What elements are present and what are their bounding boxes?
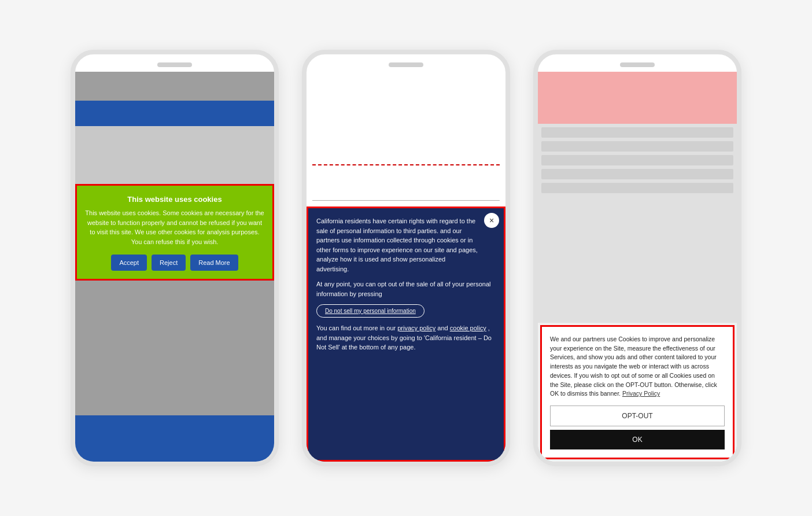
phone-3-gray-bars [538,124,737,323]
phone-1-bottom-gray [75,281,274,415]
phone-3-privacy-policy-link[interactable]: Privacy Policy [622,390,660,397]
phone-3-cookie-text: We and our partners use Cookies to impro… [550,335,725,399]
phone-3-speaker [620,62,655,67]
phone-2-text2-label: At any point, you can opt out of the sal… [316,281,490,297]
phone-3-pink-bar [538,72,737,124]
phone-1-content: This website uses cookies This website u… [75,72,274,462]
phone-3-cookie-banner: We and our partners use Cookies to impro… [540,325,735,459]
phone-3-ok-button[interactable]: OK [550,430,725,449]
phone-2-privacy-policy-link[interactable]: privacy policy [397,325,435,331]
phone-2-speaker [389,62,423,67]
phone-3-screen: We and our partners use Cookies to impro… [538,72,737,462]
phone-3-gray-line-2 [541,141,733,152]
phone-2: × California residents have certain righ… [302,50,510,466]
phone-2-cookie-text3: You can find out more in our privacy pol… [316,323,496,352]
phone-1-speaker [157,62,192,67]
phone-3-gray-line-3 [541,155,733,165]
phone-2-do-not-sell-button[interactable]: Do not sell my personal information [316,304,425,318]
phone-1-cookie-title: This website uses cookies [85,195,264,204]
phones-container: This website uses cookies This website u… [47,27,765,489]
phone-2-cookie-text1: California residents have certain rights… [316,216,496,274]
phone-1-cookie-banner: This website uses cookies This website u… [75,184,274,281]
phone-1-read-more-button[interactable]: Read More [190,255,238,271]
phone-2-cookie-policy-link[interactable]: cookie policy [450,325,486,331]
phone-3-gray-line-1 [541,127,733,138]
do-not-sell-link: information [387,308,415,314]
do-not-sell-prefix: Do not sell my personal [325,308,387,314]
phone-1: This website uses cookies This website u… [71,50,279,466]
phone-3: We and our partners use Cookies to impro… [533,50,741,466]
phone-2-screen: × California residents have certain righ… [307,72,505,462]
phone-1-accept-button[interactable]: Accept [111,255,147,271]
phone-1-blue-bar [75,101,274,126]
phone-1-cookie-text: This website uses cookies. Some cookies … [85,208,264,246]
phone-2-white-mid [307,165,505,200]
phone-2-and: and [437,325,448,331]
phone-2-cookie-banner: × California residents have certain righ… [307,207,505,462]
phone-1-cookie-buttons: Accept Reject Read More [85,255,264,271]
phone-2-content: × California residents have certain righ… [307,72,505,462]
phone-1-screen: This website uses cookies This website u… [75,72,274,462]
phone-1-bottom-blue [75,415,274,462]
phone-2-close-button[interactable]: × [484,213,499,228]
phone-2-cookie-text2: At any point, you can opt out of the sal… [316,279,496,298]
phone-3-gray-line-4 [541,169,733,179]
phone-2-white-top [307,72,505,164]
phone-3-opt-out-button[interactable]: OPT-OUT [550,406,725,426]
phone-1-reject-button[interactable]: Reject [152,255,186,271]
phone-3-gray-line-5 [541,183,733,193]
phone-2-text3-start: You can find out more in our [316,325,396,331]
phone-1-top-gray [75,72,274,101]
close-icon: × [489,216,494,225]
phone-2-white-mid2 [307,201,505,207]
phone-3-content: We and our partners use Cookies to impro… [538,72,737,462]
phone-3-cookie-text-body: We and our partners use Cookies to impro… [550,336,717,397]
phone-1-mid-gray [75,126,274,184]
